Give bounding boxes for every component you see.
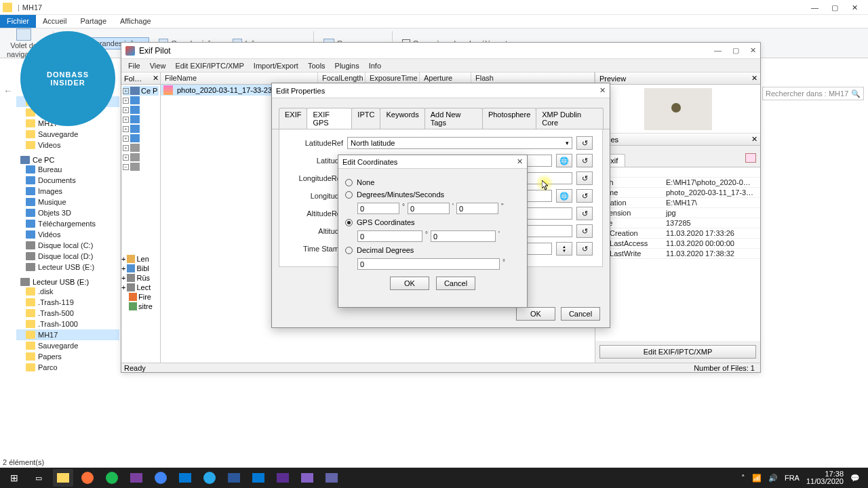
cancel-button[interactable]: Cancel	[561, 307, 600, 321]
property-list: …n PathE:\MH17\photo_2020-0… Namephoto_2…	[595, 167, 760, 341]
tab-iptc[interactable]: IPTC	[351, 108, 380, 129]
dms-deg-input[interactable]	[357, 203, 399, 214]
close-icon[interactable]: ✕	[599, 86, 606, 95]
taskbar-app[interactable]	[199, 469, 220, 487]
exif-titlebar[interactable]: Exif Pilot — ▢ ✕	[121, 43, 760, 59]
latituderef-select[interactable]: North latitude▾	[347, 137, 572, 149]
menu-view[interactable]: View	[146, 60, 170, 71]
taskbar-app[interactable]	[248, 469, 269, 487]
tab-xmp-dc[interactable]: XMP Dublin Core	[536, 108, 604, 129]
close-icon[interactable]: ✕	[751, 135, 757, 144]
menu-info[interactable]: Info	[365, 60, 385, 71]
gps-deg-input[interactable]	[357, 230, 422, 242]
menu-tools[interactable]: Tools	[304, 60, 330, 71]
globe-button[interactable]: 🌐	[556, 189, 572, 203]
taskbar-app[interactable]	[126, 469, 146, 487]
exif-menubar: File View Edit EXIF/IPTC/XMP Import/Expo…	[121, 59, 760, 73]
preview-pane: Preview✕ …ties✕ Exif …n PathE:\MH17\phot…	[595, 73, 760, 363]
taskbar-app[interactable]	[297, 469, 317, 487]
taskbar-app[interactable]	[77, 469, 98, 487]
tab-keywords[interactable]: Keywords	[380, 108, 425, 129]
tray-language[interactable]: FRA	[785, 474, 800, 482]
preview-header: Preview	[599, 75, 626, 83]
close-button[interactable]: ✕	[852, 3, 860, 12]
edit-coordinates-dialog: Edit Coordinates✕ None Degrees/Minutes/S…	[338, 155, 528, 308]
edit-exif-button[interactable]: Edit EXIF/IPTC/XMP	[599, 345, 756, 359]
folder-icon	[3, 3, 12, 12]
taskbar-app[interactable]	[224, 469, 244, 487]
option-none[interactable]: None	[345, 178, 520, 186]
window-title: MH17	[22, 3, 811, 12]
taskbar-app[interactable]	[273, 469, 293, 487]
minimize-button[interactable]: —	[811, 3, 819, 12]
label-altituderef: AltitudeRef	[289, 209, 343, 218]
tab-options-icon[interactable]	[745, 153, 756, 163]
separator: |	[18, 3, 20, 12]
gps-min-input[interactable]	[431, 230, 496, 242]
watermark-badge: DONBASS INSIDER	[20, 31, 115, 126]
close-icon[interactable]: ✕	[517, 157, 523, 166]
label-latitude: Latitude	[289, 157, 343, 165]
reset-button[interactable]: ↺	[576, 242, 593, 256]
reset-button[interactable]: ↺	[576, 171, 593, 185]
label-timestamp: Time Stamp	[289, 245, 343, 253]
tab-file[interactable]: Fichier	[0, 15, 36, 28]
exif-maximize-button[interactable]: ▢	[732, 46, 739, 55]
task-view-button[interactable]: ▭	[28, 469, 49, 487]
tab-home[interactable]: Accueil	[36, 15, 73, 28]
reset-button[interactable]: ↺	[576, 207, 593, 220]
reset-button[interactable]: ↺	[576, 189, 593, 203]
taskbar-app[interactable]	[102, 469, 122, 487]
explorer-status: 2 élément(s)	[3, 458, 44, 466]
tray-notifications-icon[interactable]: 💬	[850, 474, 860, 483]
tab-exif-gps[interactable]: EXIF GPS	[307, 108, 352, 129]
taskbar-app[interactable]	[53, 469, 73, 487]
label-latituderef: LatitudeRef	[289, 139, 343, 147]
dialog-title: Edit Properties	[276, 87, 325, 95]
reset-button[interactable]: ↺	[576, 224, 593, 238]
menu-import[interactable]: Import/Export	[250, 60, 302, 71]
tab-exif[interactable]: EXIF	[279, 108, 307, 129]
label-longitude: Longitude	[289, 192, 343, 200]
dms-sec-input[interactable]	[456, 203, 498, 214]
tab-add-new[interactable]: Add New Tags	[425, 108, 483, 129]
option-dms[interactable]: Degrees/Minutes/Seconds	[345, 190, 520, 199]
tray-clock[interactable]: 17:38 11/03/2020	[806, 470, 844, 485]
back-button[interactable]: ←	[0, 58, 16, 460]
start-button[interactable]: ⊞	[4, 469, 24, 487]
close-icon[interactable]: ✕	[153, 74, 159, 83]
option-dd[interactable]: Decimal Degrees	[345, 246, 520, 254]
taskbar: ⊞ ▭ ˄ 📶 🔊 FRA 17:38 11/03/2020 💬	[0, 468, 868, 488]
tab-view[interactable]: Affichage	[113, 15, 158, 28]
maximize-button[interactable]: ▢	[831, 3, 840, 12]
exif-minimize-button[interactable]: —	[714, 46, 722, 55]
taskbar-app[interactable]	[151, 469, 171, 487]
dialog-title: Edit Coordinates	[342, 158, 397, 166]
tray-volume-icon[interactable]: 🔊	[768, 474, 778, 483]
tray-chevron-icon[interactable]: ˄	[741, 474, 745, 483]
reset-button[interactable]: ↺	[576, 136, 593, 150]
globe-button[interactable]: 🌐	[556, 154, 572, 167]
taskbar-app[interactable]	[321, 469, 342, 487]
ok-button[interactable]: OK	[390, 277, 429, 290]
ok-button[interactable]: OK	[516, 307, 555, 321]
tab-share[interactable]: Partage	[73, 15, 113, 28]
menu-plugins[interactable]: Plugins	[331, 60, 363, 71]
taskbar-app[interactable]	[175, 469, 195, 487]
dms-min-input[interactable]	[408, 203, 450, 214]
menu-edit[interactable]: Edit EXIF/IPTC/XMP	[171, 60, 248, 71]
option-gps[interactable]: GPS Coordinates	[345, 218, 520, 226]
close-icon[interactable]: ✕	[751, 74, 757, 83]
tab-photosphere[interactable]: Photosphere	[482, 108, 536, 129]
folder-column: Fol…✕ +Ce P + + + + + + + − +Len +Bibl +…	[121, 73, 161, 363]
dd-input[interactable]	[357, 258, 500, 270]
reset-button[interactable]: ↺	[576, 154, 593, 167]
menu-file[interactable]: File	[124, 60, 144, 71]
cancel-button[interactable]: Cancel	[436, 277, 475, 290]
tray-network-icon[interactable]: 📶	[752, 474, 762, 483]
exif-statusbar: Ready Number of Files: 1	[121, 363, 760, 372]
folder-header: Fol…	[124, 75, 142, 83]
spinner-button[interactable]: ▲▼	[556, 242, 572, 256]
exif-close-button[interactable]: ✕	[750, 46, 756, 55]
label-longituderef: LongitudeRef	[289, 174, 343, 182]
